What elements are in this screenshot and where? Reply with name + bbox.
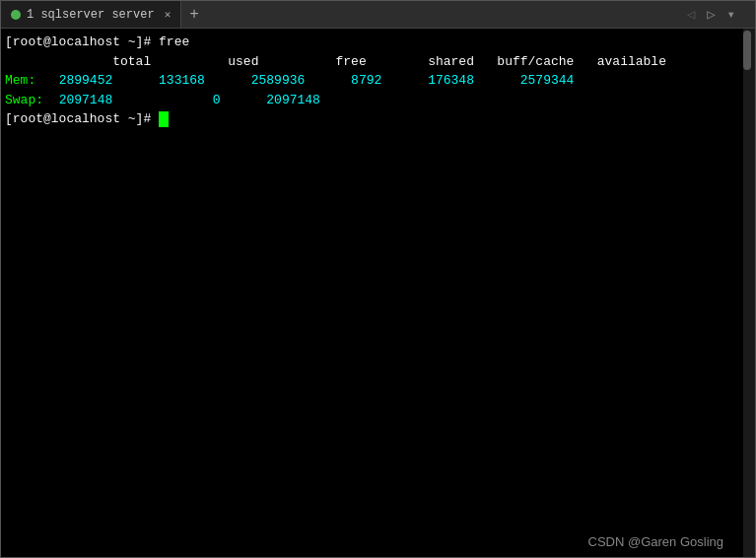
mem-total: 2899452 [59, 73, 113, 88]
header-used: used [228, 54, 258, 69]
swap-free: 2097148 [266, 93, 320, 107]
command-1: free [159, 35, 189, 49]
mem-free: 2589936 [251, 73, 306, 88]
terminal-content[interactable]: [root@localhost ~]# free total used free… [1, 29, 743, 557]
prompt-2: [root@localhost ~]# [5, 109, 159, 129]
mem-available: 2579344 [520, 73, 575, 88]
table-header-row: total used free shared buff/cache availa… [5, 52, 739, 72]
mem-shared: 8792 [351, 73, 381, 88]
header-total: total [112, 54, 151, 69]
mem-label: Mem: [5, 71, 35, 91]
swap-label: Swap: [5, 91, 43, 110]
nav-next-button[interactable]: ▷ [703, 6, 719, 23]
titlebar-controls: ◁ ▷ ▾ [683, 6, 743, 23]
swap-row: Swap: 2097148 0 2097148 [5, 91, 739, 110]
terminal-wrapper: [root@localhost ~]# free total used free… [1, 29, 743, 557]
terminal-area: [root@localhost ~]# free total used free… [1, 29, 755, 557]
header-free: free [335, 54, 366, 69]
header-available: available [597, 54, 666, 69]
command-line-2: [root@localhost ~]# [5, 109, 739, 129]
tab-status-dot [11, 10, 21, 20]
header-shared: shared [428, 54, 474, 69]
mem-values: 2899452 133168 2589936 8792 176348 25793… [35, 71, 574, 91]
mem-used: 133168 [159, 73, 205, 88]
mem-row: Mem: 2899452 133168 2589936 8792 176348 … [5, 71, 739, 91]
tab-area: 1 sqlserver server ✕ + [1, 1, 683, 28]
tab-label[interactable]: 1 sqlserver server [27, 8, 155, 22]
scrollbar-thumb[interactable] [743, 31, 751, 70]
active-tab[interactable]: 1 sqlserver server ✕ [1, 1, 181, 28]
terminal-window: 1 sqlserver server ✕ + ◁ ▷ ▾ [root@local… [0, 0, 756, 558]
header-buff-cache: buff/cache [497, 54, 574, 69]
terminal-scrollbar[interactable] [743, 29, 755, 557]
tab-close-button[interactable]: ✕ [165, 8, 172, 21]
titlebar: 1 sqlserver server ✕ + ◁ ▷ ▾ [1, 1, 755, 29]
cursor-block [159, 111, 169, 127]
nav-prev-button[interactable]: ◁ [683, 6, 699, 23]
add-tab-button[interactable]: + [181, 6, 207, 24]
swap-total: 2097148 [59, 93, 113, 107]
command-line-1: [root@localhost ~]# free [5, 33, 739, 52]
swap-values: 2097148 0 2097148 [43, 91, 320, 110]
chevron-down-icon[interactable]: ▾ [723, 6, 739, 23]
mem-buff-cache: 176348 [428, 73, 474, 88]
swap-used: 0 [213, 93, 221, 107]
prompt-1: [root@localhost ~]# [5, 35, 159, 49]
